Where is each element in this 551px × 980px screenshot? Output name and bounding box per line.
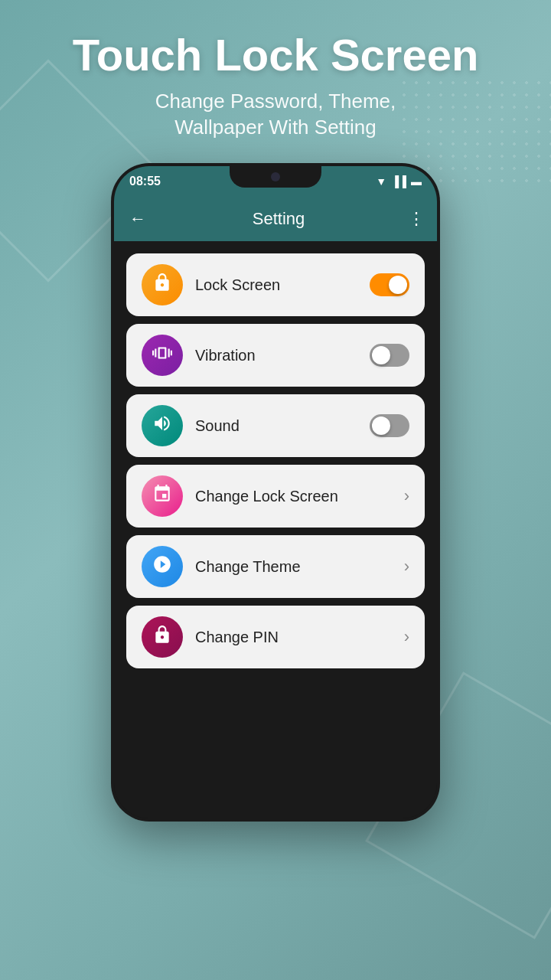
toggle-knob-vibration	[372, 346, 390, 364]
more-button[interactable]: ⋮	[408, 209, 425, 229]
signal-icon: ▐▐	[391, 175, 406, 188]
app-bar-title: Setting	[157, 209, 400, 229]
setting-icon-sound	[142, 405, 183, 446]
phone-notch	[230, 166, 321, 188]
phone-screen: 08:55 ▼ ▐▐ ▬ ← Setting ⋮ Lock ScreenVibr…	[114, 166, 437, 818]
toggle-knob-sound	[372, 416, 390, 435]
camera-dot	[271, 172, 280, 181]
setting-item-vibration[interactable]: Vibration	[126, 324, 425, 387]
setting-label-change-pin: Change PIN	[195, 629, 392, 646]
toggle-vibration[interactable]	[370, 344, 409, 367]
app-subtitle: Change Password, Theme, Wallpaper With S…	[0, 89, 551, 141]
setting-icon-change-pin	[142, 616, 183, 658]
setting-label-change-lock-screen: Change Lock Screen	[195, 488, 392, 505]
setting-label-lock-screen: Lock Screen	[195, 276, 357, 294]
setting-item-change-pin[interactable]: Change PIN›	[126, 606, 425, 668]
header: Touch Lock Screen Change Password, Theme…	[0, 0, 551, 140]
setting-icon-vibration	[142, 335, 183, 376]
wifi-icon: ▼	[376, 175, 386, 188]
phone-mockup: 08:55 ▼ ▐▐ ▬ ← Setting ⋮ Lock ScreenVibr…	[111, 163, 440, 822]
setting-icon-change-theme	[142, 546, 183, 587]
setting-icon-change-lock-screen	[142, 475, 183, 517]
setting-label-sound: Sound	[195, 417, 357, 435]
chevron-change-pin: ›	[404, 627, 409, 647]
chevron-change-theme: ›	[404, 557, 409, 577]
setting-item-change-theme[interactable]: Change Theme›	[126, 535, 425, 598]
setting-item-sound[interactable]: Sound	[126, 394, 425, 457]
toggle-knob-lock-screen	[389, 276, 407, 294]
setting-icon-lock-screen	[142, 264, 183, 305]
setting-item-lock-screen[interactable]: Lock Screen	[126, 253, 425, 316]
toggle-sound[interactable]	[370, 414, 409, 437]
setting-item-change-lock-screen[interactable]: Change Lock Screen›	[126, 465, 425, 528]
app-bar: ← Setting ⋮	[114, 197, 437, 241]
status-icons: ▼ ▐▐ ▬	[376, 175, 422, 188]
battery-icon: ▬	[411, 175, 422, 188]
back-button[interactable]: ←	[126, 206, 149, 232]
app-title: Touch Lock Screen	[0, 31, 551, 80]
settings-list: Lock ScreenVibrationSoundChange Lock Scr…	[114, 241, 437, 818]
toggle-lock-screen[interactable]	[370, 273, 409, 296]
chevron-change-lock-screen: ›	[404, 486, 409, 506]
setting-label-vibration: Vibration	[195, 347, 357, 364]
setting-label-change-theme: Change Theme	[195, 558, 392, 576]
status-time: 08:55	[129, 175, 161, 188]
